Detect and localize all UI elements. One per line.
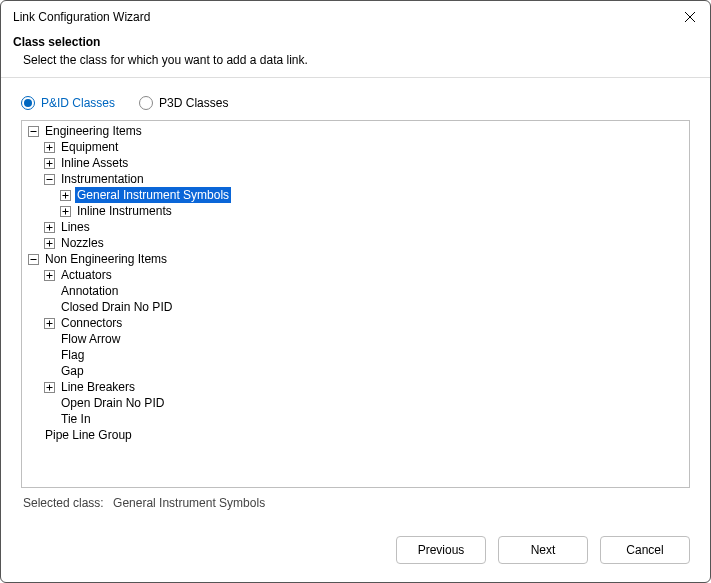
wizard-footer: Previous Next Cancel: [1, 522, 710, 582]
tree-node[interactable]: Engineering Items: [22, 123, 689, 139]
tree-node[interactable]: Connectors: [22, 315, 689, 331]
radio-pid-label: P&ID Classes: [41, 96, 115, 110]
page-heading: Class selection: [13, 35, 690, 49]
tree-node-label[interactable]: Inline Instruments: [75, 203, 174, 219]
tree-node-label[interactable]: General Instrument Symbols: [75, 187, 231, 203]
tree-node[interactable]: Equipment: [22, 139, 689, 155]
no-toggle-icon: [28, 430, 39, 441]
tree-node[interactable]: Closed Drain No PID: [22, 299, 689, 315]
tree-node[interactable]: Inline Instruments: [22, 203, 689, 219]
tree-node-label[interactable]: Open Drain No PID: [59, 395, 166, 411]
tree-node-label[interactable]: Connectors: [59, 315, 124, 331]
expand-icon[interactable]: [60, 206, 71, 217]
wizard-header: Class selection Select the class for whi…: [1, 31, 710, 78]
tree-node[interactable]: Actuators: [22, 267, 689, 283]
radio-dot-icon: [139, 96, 153, 110]
tree-node[interactable]: Inline Assets: [22, 155, 689, 171]
window-title: Link Configuration Wizard: [13, 10, 150, 24]
expand-icon[interactable]: [44, 238, 55, 249]
tree-node[interactable]: Annotation: [22, 283, 689, 299]
next-button[interactable]: Next: [498, 536, 588, 564]
tree-node-label[interactable]: Instrumentation: [59, 171, 146, 187]
tree-node-label[interactable]: Non Engineering Items: [43, 251, 169, 267]
tree-node[interactable]: General Instrument Symbols: [22, 187, 689, 203]
selected-class-label: Selected class:: [23, 496, 104, 510]
no-toggle-icon: [44, 286, 55, 297]
expand-icon[interactable]: [44, 318, 55, 329]
tree-node[interactable]: Nozzles: [22, 235, 689, 251]
tree-node[interactable]: Line Breakers: [22, 379, 689, 395]
class-tree[interactable]: Engineering ItemsEquipmentInline AssetsI…: [21, 120, 690, 488]
radio-dot-icon: [21, 96, 35, 110]
no-toggle-icon: [44, 350, 55, 361]
expand-icon[interactable]: [60, 190, 71, 201]
close-icon[interactable]: [682, 9, 698, 25]
tree-node[interactable]: Gap: [22, 363, 689, 379]
tree-node-label[interactable]: Lines: [59, 219, 92, 235]
page-subtext: Select the class for which you want to a…: [13, 53, 690, 67]
expand-icon[interactable]: [44, 270, 55, 281]
tree-node[interactable]: Open Drain No PID: [22, 395, 689, 411]
selected-class-value: General Instrument Symbols: [113, 496, 265, 510]
no-toggle-icon: [44, 302, 55, 313]
tree-node-label[interactable]: Tie In: [59, 411, 93, 427]
tree-node[interactable]: Flag: [22, 347, 689, 363]
wizard-body: P&ID Classes P3D Classes Engineering Ite…: [1, 78, 710, 522]
expand-icon[interactable]: [44, 382, 55, 393]
no-toggle-icon: [44, 366, 55, 377]
tree-node-label[interactable]: Inline Assets: [59, 155, 130, 171]
tree-node[interactable]: Tie In: [22, 411, 689, 427]
tree-node-label[interactable]: Engineering Items: [43, 123, 144, 139]
tree-node[interactable]: Lines: [22, 219, 689, 235]
collapse-icon[interactable]: [44, 174, 55, 185]
radio-pid-classes[interactable]: P&ID Classes: [21, 96, 115, 110]
tree-node[interactable]: Non Engineering Items: [22, 251, 689, 267]
tree-node-label[interactable]: Flow Arrow: [59, 331, 122, 347]
titlebar: Link Configuration Wizard: [1, 1, 710, 31]
collapse-icon[interactable]: [28, 254, 39, 265]
tree-node[interactable]: Pipe Line Group: [22, 427, 689, 443]
expand-icon[interactable]: [44, 222, 55, 233]
tree-node-label[interactable]: Actuators: [59, 267, 114, 283]
class-type-radios: P&ID Classes P3D Classes: [21, 96, 690, 110]
cancel-button[interactable]: Cancel: [600, 536, 690, 564]
tree-node[interactable]: Instrumentation: [22, 171, 689, 187]
tree-node-label[interactable]: Annotation: [59, 283, 120, 299]
tree-node-label[interactable]: Gap: [59, 363, 86, 379]
no-toggle-icon: [44, 334, 55, 345]
tree-node-label[interactable]: Flag: [59, 347, 86, 363]
tree-node-label[interactable]: Equipment: [59, 139, 120, 155]
tree-node[interactable]: Flow Arrow: [22, 331, 689, 347]
no-toggle-icon: [44, 398, 55, 409]
selected-class-row: Selected class: General Instrument Symbo…: [21, 488, 690, 514]
tree-node-label[interactable]: Pipe Line Group: [43, 427, 134, 443]
collapse-icon[interactable]: [28, 126, 39, 137]
radio-p3d-label: P3D Classes: [159, 96, 228, 110]
tree-node-label[interactable]: Closed Drain No PID: [59, 299, 174, 315]
radio-p3d-classes[interactable]: P3D Classes: [139, 96, 228, 110]
tree-node-label[interactable]: Nozzles: [59, 235, 106, 251]
previous-button[interactable]: Previous: [396, 536, 486, 564]
expand-icon[interactable]: [44, 142, 55, 153]
no-toggle-icon: [44, 414, 55, 425]
tree-node-label[interactable]: Line Breakers: [59, 379, 137, 395]
expand-icon[interactable]: [44, 158, 55, 169]
